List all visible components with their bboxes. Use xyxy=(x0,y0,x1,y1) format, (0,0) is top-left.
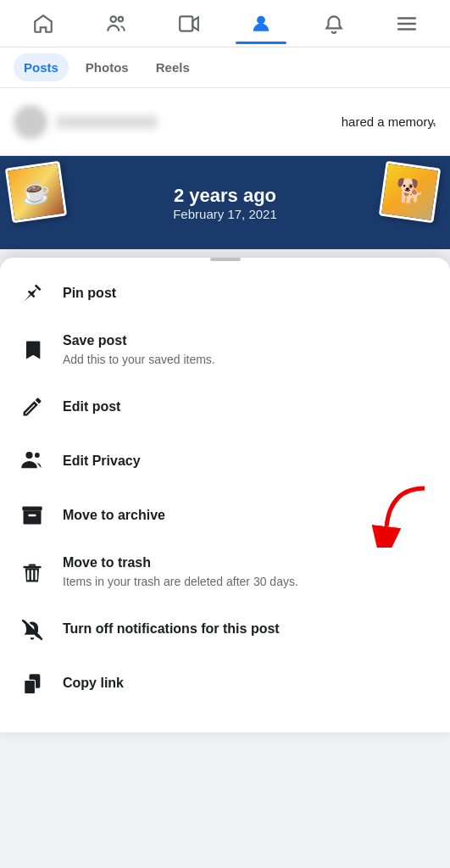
post-preview: hared a memory. ··· xyxy=(0,88,450,156)
menu-title-privacy: Edit Privacy xyxy=(63,453,433,470)
svg-point-1 xyxy=(118,16,122,20)
menu-title-pin: Pin post xyxy=(63,285,433,303)
menu-item-edit-privacy[interactable]: Edit Privacy xyxy=(0,434,450,488)
memory-photo-left: ☕ xyxy=(8,164,68,224)
pin-icon xyxy=(17,278,47,309)
photo-image-right: 🐕 xyxy=(381,164,438,220)
svg-point-0 xyxy=(110,16,116,21)
photo-frame-right: 🐕 xyxy=(379,161,441,223)
nav-profile[interactable] xyxy=(236,3,286,44)
menu-title-trash: Move to trash xyxy=(63,554,433,572)
menu-content-notifications: Turn off notifications for this post xyxy=(63,620,433,638)
content-tabs: Posts Photos Reels xyxy=(0,47,450,88)
svg-point-3 xyxy=(258,16,265,24)
menu-item-trash[interactable]: Move to trash Items in your trash are de… xyxy=(0,542,450,602)
menu-content-privacy: Edit Privacy xyxy=(63,453,433,470)
post-avatar xyxy=(14,105,47,139)
memory-date: February 17, 2021 xyxy=(173,207,277,221)
tab-reels[interactable]: Reels xyxy=(146,53,200,81)
menu-title-edit: Edit post xyxy=(63,398,433,416)
menu-subtitle-trash: Items in your trash are deleted after 30… xyxy=(63,574,433,591)
menu-item-edit-post[interactable]: Edit post xyxy=(0,380,450,434)
menu-title-copy: Copy link xyxy=(63,675,433,693)
photo-image-left: ☕ xyxy=(8,164,64,220)
menu-item-archive[interactable]: Move to archive xyxy=(0,488,450,542)
edit-icon xyxy=(17,392,47,422)
archive-icon xyxy=(17,500,47,531)
menu-content-save: Save post Add this to your saved items. xyxy=(63,332,433,368)
menu-content-copy: Copy link xyxy=(63,675,433,693)
copy-icon xyxy=(17,669,47,699)
menu-content-edit: Edit post xyxy=(63,398,433,416)
memory-years: 2 years ago xyxy=(173,185,277,207)
menu-item-notifications[interactable]: Turn off notifications for this post xyxy=(0,603,450,657)
memory-banner: ☕ 2 years ago February 17, 2021 🐕 xyxy=(0,156,450,249)
svg-rect-14 xyxy=(25,680,36,693)
menu-item-save-post[interactable]: Save post Add this to your saved items. xyxy=(0,320,450,380)
svg-rect-11 xyxy=(24,565,42,567)
trash-icon xyxy=(17,558,47,588)
nav-friends[interactable] xyxy=(91,3,142,44)
tab-posts[interactable]: Posts xyxy=(14,53,69,81)
menu-subtitle-save: Add this to your saved items. xyxy=(63,352,433,369)
post-options-dots[interactable]: ··· xyxy=(422,112,436,131)
top-nav xyxy=(0,0,450,47)
post-name-blurred xyxy=(56,115,158,129)
privacy-icon xyxy=(17,446,47,476)
menu-item-pin-post[interactable]: Pin post xyxy=(0,266,450,320)
sheet-handle xyxy=(210,258,241,261)
tab-photos[interactable]: Photos xyxy=(75,53,139,81)
nav-notifications[interactable] xyxy=(308,3,359,44)
menu-content-pin: Pin post xyxy=(63,285,433,303)
svg-point-8 xyxy=(35,453,40,458)
menu-item-copy-link[interactable]: Copy link xyxy=(0,657,450,711)
nav-video[interactable] xyxy=(164,3,214,44)
menu-title-notifications: Turn off notifications for this post xyxy=(63,620,433,638)
memory-banner-text: 2 years ago February 17, 2021 xyxy=(173,185,277,221)
memory-photo-right: 🐕 xyxy=(382,164,442,224)
bookmark-icon xyxy=(17,335,47,365)
menu-title-save: Save post xyxy=(63,332,433,350)
svg-point-7 xyxy=(25,452,32,459)
menu-title-archive: Move to archive xyxy=(63,507,433,525)
nav-home[interactable] xyxy=(18,3,69,44)
action-sheet: Pin post Save post Add this to your save… xyxy=(0,258,450,732)
svg-rect-9 xyxy=(22,507,42,511)
menu-content-trash: Move to trash Items in your trash are de… xyxy=(63,554,433,590)
svg-rect-2 xyxy=(180,16,192,31)
bell-off-icon xyxy=(17,615,47,645)
nav-menu[interactable] xyxy=(381,3,432,44)
menu-content-archive: Move to archive xyxy=(63,507,433,525)
photo-frame-left: ☕ xyxy=(5,161,67,223)
